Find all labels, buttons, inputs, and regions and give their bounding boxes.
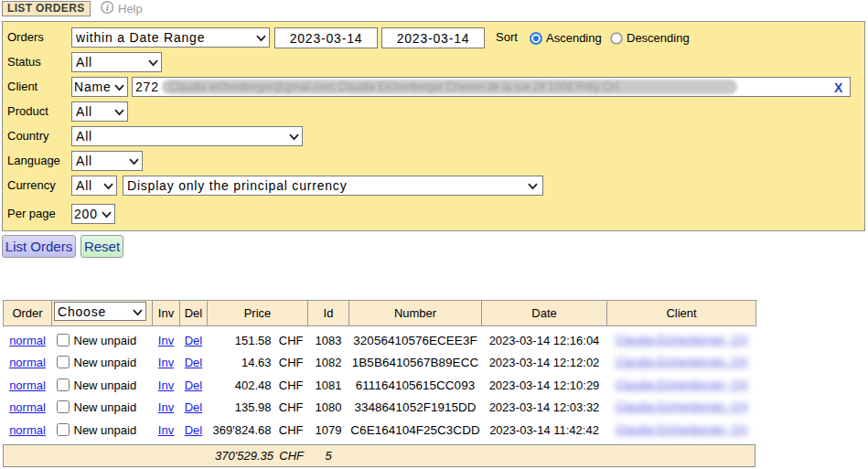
svg-text:i: i [106,2,110,13]
